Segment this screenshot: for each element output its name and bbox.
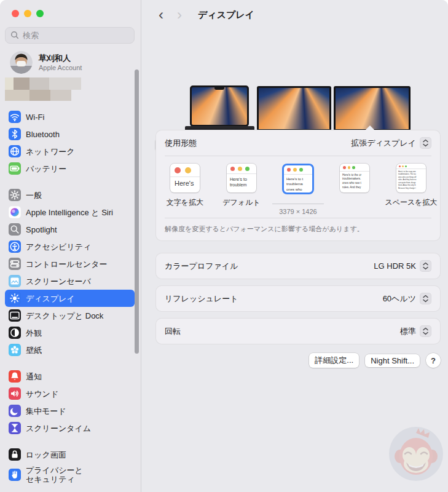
wifi-icon	[9, 111, 21, 123]
traffic-lights	[0, 0, 141, 17]
gear-icon	[9, 189, 21, 201]
window-traffic-dots	[284, 165, 312, 175]
sidebar-item-label: バッテリー	[26, 164, 66, 173]
sidebar-item-label: コントロールセンター	[26, 260, 107, 269]
setting-dropdown[interactable]: LG HDR 5K	[374, 260, 431, 272]
display-thumb-lg-hdr-5k[interactable]	[334, 86, 411, 131]
sidebar-item[interactable]: サウンド	[5, 385, 135, 402]
forward-button[interactable]: ›	[175, 9, 184, 21]
sidebar-nav: Wi-FiBluetoothネットワークバッテリー一般Apple Intelli…	[0, 101, 141, 486]
sidebar-item[interactable]: コントロールセンター	[5, 255, 135, 272]
settings-rows: カラープロファイルLG HDR 5Kリフレッシュレート60ヘルツ回転標準	[141, 241, 448, 344]
desktop-dock-icon	[9, 309, 21, 322]
sidebar-item[interactable]: ネットワーク	[5, 143, 135, 160]
preset-sample-text: Here's to ttroublemaones who	[284, 175, 312, 192]
chevron-up-down-icon	[420, 137, 431, 149]
setting-value: LG HDR 5K	[374, 261, 416, 271]
sidebar-item-label: スクリーンセーバ	[26, 277, 91, 286]
display-thumb-lg-ultrawide[interactable]	[257, 86, 331, 131]
account-row[interactable]: 草刈和人 Apple Account	[10, 51, 135, 74]
monkey-logo-watermark	[388, 426, 444, 482]
hourglass-icon	[9, 422, 21, 434]
sidebar-item-label: 外観	[26, 328, 42, 338]
window-traffic-dots	[340, 164, 369, 172]
setting-dropdown[interactable]: 標準	[400, 325, 431, 337]
setting-label: 回転	[165, 326, 181, 337]
content-header: ‹ › ディスプレイ	[141, 0, 448, 30]
resolution-preset: Here's文字を拡大	[159, 164, 211, 215]
resolution-preset-thumb[interactable]: Here's to the crtroublemakers.ones who s…	[340, 164, 369, 192]
sidebar-item[interactable]: 壁紙	[5, 341, 135, 359]
appearance-icon	[9, 327, 21, 339]
window-traffic-dots	[227, 164, 256, 174]
sidebar-item[interactable]: ディスプレイ	[5, 290, 135, 307]
preset-sample-text: Here's	[170, 177, 200, 187]
sidebar-item[interactable]: 集中モード	[5, 402, 135, 419]
preset-sample-text: Here's to the crtroublemakers.ones who s…	[340, 172, 369, 191]
sidebar-item[interactable]: アクセシビリティ	[5, 238, 135, 255]
sidebar-scrollbar[interactable]	[135, 69, 139, 354]
search-input[interactable]	[5, 27, 135, 44]
resolution-preset: Here's to ttroublemaones who3379 × 1426	[272, 164, 324, 215]
chevron-up-down-icon	[420, 325, 431, 337]
sidebar-item[interactable]: スクリーンセーバ	[5, 272, 135, 290]
account-name: 草刈和人	[39, 54, 82, 63]
resolution-preset-thumb[interactable]: Here's totroublem	[227, 164, 256, 192]
displays-strip: 配置... 内蔵ディスプレイ LG ULTRAWIDE LG HDR 5K +	[141, 30, 448, 130]
sidebar-item[interactable]: Bluetooth	[5, 125, 135, 143]
minimize-window-button[interactable]	[24, 10, 31, 17]
usage-row: 使用形態 拡張ディスプレイ	[156, 130, 440, 156]
setting-dropdown[interactable]: 60ヘルツ	[383, 293, 431, 304]
page-title: ディスプレイ	[198, 9, 254, 21]
window-traffic-dots	[396, 164, 426, 169]
search-icon	[10, 31, 19, 39]
sidebar-item[interactable]: Wi-Fi	[5, 108, 135, 125]
lock-icon	[9, 448, 21, 461]
resolution-note: 解像度を変更するとパフォーマンスに影響する場合があります。	[156, 218, 440, 240]
sidebar-item[interactable]: Apple Intelligence と Siri	[5, 204, 135, 221]
window-traffic-dots	[170, 164, 200, 177]
siri-icon	[9, 206, 21, 218]
sidebar-item[interactable]: Spotlight	[5, 221, 135, 238]
sidebar-item[interactable]: スクリーンタイム	[5, 419, 135, 437]
setting-value: 標準	[400, 326, 416, 337]
battery-icon	[9, 162, 21, 175]
preset-label: スペースを拡大	[385, 198, 437, 207]
sidebar-item[interactable]: バッテリー	[5, 160, 135, 177]
moon-icon	[9, 405, 21, 417]
settings-row-card: カラープロファイルLG HDR 5K	[155, 253, 441, 279]
sidebar: 草刈和人 Apple Account Wi-FiBluetoothネットワークバ…	[0, 0, 141, 492]
sidebar-item[interactable]: 一般	[5, 186, 135, 204]
night-shift-button[interactable]: Night Shift...	[365, 354, 420, 367]
resolution-presets: Here's文字を拡大Here's totroublemデフォルトHere's …	[156, 156, 440, 218]
sidebar-item-label: ロック画面	[26, 450, 66, 459]
display-settings-panel: 使用形態 拡張ディスプレイ Here's文字を拡大Here's totroubl…	[155, 130, 441, 241]
sidebar-item-label: 集中モード	[26, 407, 66, 416]
preset-sample-text: Here's totroublem	[227, 174, 256, 188]
usage-dropdown[interactable]: 拡張ディスプレイ	[351, 137, 431, 149]
sidebar-item[interactable]: プライバシーとセキュリティ	[5, 463, 135, 486]
advanced-settings-button[interactable]: 詳細設定...	[309, 353, 359, 368]
sidebar-item-label: 通知	[26, 372, 42, 381]
macbook-notch	[214, 87, 224, 90]
bluetooth-icon	[9, 128, 21, 140]
sidebar-item[interactable]: ロック画面	[5, 446, 135, 463]
system-settings-window: 草刈和人 Apple Account Wi-FiBluetoothネットワークバ…	[0, 0, 448, 492]
close-window-button[interactable]	[12, 10, 19, 17]
zoom-window-button[interactable]	[36, 10, 44, 17]
brightness-icon	[9, 292, 21, 304]
accessibility-icon	[9, 240, 21, 253]
sidebar-item[interactable]: デスクトップと Dock	[5, 307, 135, 324]
sidebar-item-label: デスクトップと Dock	[26, 311, 103, 320]
resolution-preset-thumb[interactable]: Here's to ttroublemaones who	[282, 164, 314, 194]
resolution-preset-thumb[interactable]: Here's to the crazy onetroublemakers. Th…	[396, 164, 426, 192]
speaker-icon	[9, 387, 21, 400]
sidebar-item[interactable]: 外観	[5, 324, 135, 341]
back-button[interactable]: ‹	[156, 9, 166, 21]
account-subtitle: Apple Account	[39, 63, 82, 72]
display-thumb-built-in[interactable]	[190, 85, 249, 127]
help-button[interactable]: ?	[426, 353, 441, 368]
sidebar-item[interactable]: 通知	[5, 368, 135, 385]
resolution-preset-thumb[interactable]: Here's	[170, 164, 200, 192]
sidebar-item-label: ディスプレイ	[26, 294, 75, 303]
